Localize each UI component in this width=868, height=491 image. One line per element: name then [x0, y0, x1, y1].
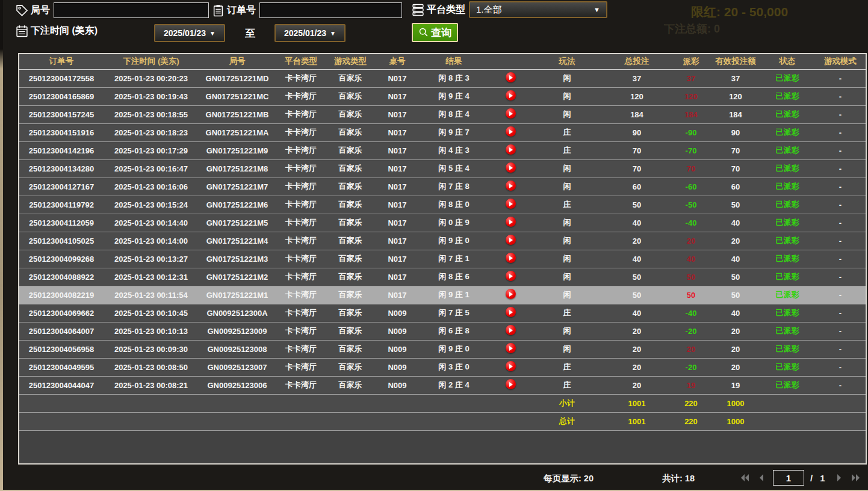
result-cell: 闲 5 庄 4 — [420, 159, 488, 178]
bet-time-cell: 2025-01-23 00:08:21 — [104, 376, 199, 394]
table-row[interactable]: 250123004172558 2025-01-23 00:20:23 GN01… — [19, 69, 867, 87]
bet-time-cell: 2025-01-23 00:08:50 — [104, 358, 199, 376]
query-button[interactable]: 查询 — [412, 23, 458, 42]
table-row[interactable]: 250123004119792 2025-01-23 00:15:24 GN01… — [19, 196, 867, 214]
table-row[interactable]: 250123004127167 2025-01-23 00:16:06 GN01… — [19, 178, 867, 196]
result-cell: 闲 2 庄 4 — [420, 376, 488, 394]
background-total-text: 下注总额: 0 — [664, 22, 720, 36]
table-number-cell: N017 — [374, 232, 420, 250]
total-bet-cell: 184 — [601, 105, 673, 123]
order-number-input[interactable] — [259, 2, 402, 18]
table-row[interactable]: 250123004069662 2025-01-23 00:10:45 GN00… — [19, 304, 867, 322]
game-mode-cell: - — [813, 105, 867, 123]
total-bet-cell: 70 — [601, 159, 673, 178]
play-video-icon[interactable] — [506, 162, 516, 173]
round-number-input[interactable] — [54, 2, 209, 18]
replay-cell — [488, 69, 533, 87]
page-number-input[interactable] — [773, 470, 804, 486]
table-row[interactable]: 250123004151916 2025-01-23 00:18:23 GN01… — [19, 123, 867, 141]
play-video-icon[interactable] — [506, 217, 516, 227]
col-header-platform-type: 平台类型 — [276, 54, 326, 69]
result-cell: 闲 8 庄 6 — [420, 268, 488, 286]
table-number-cell: N009 — [374, 304, 420, 322]
status-badge: 已派彩 — [762, 376, 813, 394]
first-page-icon[interactable] — [739, 473, 750, 483]
table-row[interactable]: 250123004105025 2025-01-23 00:14:00 GN01… — [19, 232, 867, 250]
col-header-total-bet: 总投注 — [601, 54, 673, 69]
table-number-cell: N017 — [374, 87, 420, 105]
play-video-icon[interactable] — [506, 343, 516, 353]
platform-type-cell: 卡卡湾厅 — [276, 69, 326, 87]
play-video-icon[interactable] — [506, 307, 516, 317]
col-header-order-number: 订单号 — [19, 54, 104, 69]
platform-type-cell: 卡卡湾厅 — [276, 376, 326, 394]
previous-page-icon[interactable] — [756, 473, 767, 483]
date-from-picker[interactable]: 2025/01/23 ▼ — [154, 24, 225, 42]
table-number-cell: N017 — [374, 105, 420, 123]
table-row[interactable]: 250123004134280 2025-01-23 00:16:47 GN01… — [19, 159, 867, 178]
replay-cell — [488, 141, 533, 159]
play-video-icon[interactable] — [506, 144, 516, 155]
round-number-cell: GN00925123009 — [199, 322, 276, 340]
order-number-label: 订单号 — [227, 4, 256, 17]
table-row[interactable]: 250123004142196 2025-01-23 00:17:29 GN01… — [19, 141, 867, 159]
table-row[interactable]: 250123004064007 2025-01-23 00:10:13 GN00… — [19, 322, 867, 340]
table-row[interactable]: 250123004044047 2025-01-23 00:08:21 GN00… — [19, 376, 867, 394]
result-cell: 闲 9 庄 0 — [420, 232, 488, 250]
replay-cell — [488, 250, 533, 268]
game-mode-cell: - — [813, 322, 867, 340]
platform-type-cell: 卡卡湾厅 — [276, 232, 326, 250]
table-row[interactable]: 250123004056958 2025-01-23 00:09:30 GN00… — [19, 340, 867, 358]
play-type-cell: 庄 — [533, 304, 601, 322]
platform-type-cell: 卡卡湾厅 — [276, 87, 326, 105]
play-video-icon[interactable] — [506, 361, 516, 371]
payout-cell: -20 — [673, 322, 709, 340]
game-type-cell: 百家乐 — [326, 141, 374, 159]
table-row[interactable]: 250123004082219 2025-01-23 00:11:54 GN01… — [19, 286, 867, 304]
table-row[interactable]: 250123004165869 2025-01-23 00:19:43 GN01… — [19, 87, 867, 105]
next-page-icon[interactable] — [834, 473, 845, 483]
play-video-icon[interactable] — [506, 90, 516, 100]
platform-type-dropdown[interactable]: 1.全部 ▼ — [469, 1, 607, 18]
play-video-icon[interactable] — [506, 199, 516, 209]
total-bet-cell: 50 — [601, 268, 673, 286]
date-to-picker[interactable]: 2025/01/23 ▼ — [274, 24, 346, 42]
table-number-cell: N017 — [374, 250, 420, 268]
play-video-icon[interactable] — [506, 181, 516, 191]
game-mode-cell: - — [813, 123, 867, 141]
play-video-icon[interactable] — [506, 325, 516, 335]
valid-bet-cell: 37 — [709, 69, 762, 87]
round-number-cell: GN017251221MC — [199, 87, 276, 105]
replay-cell — [488, 123, 533, 141]
last-page-icon[interactable] — [851, 473, 861, 483]
game-type-cell: 百家乐 — [326, 69, 374, 87]
tag-icon — [16, 4, 28, 17]
play-type-cell: 庄 — [533, 376, 601, 394]
total-bet-cell: 20 — [601, 340, 673, 358]
col-header-valid-bet: 有效投注额 — [709, 54, 762, 69]
game-mode-cell: - — [813, 159, 867, 178]
play-video-icon[interactable] — [506, 289, 516, 299]
play-video-icon[interactable] — [506, 126, 516, 137]
status-badge: 已派彩 — [762, 358, 813, 376]
game-mode-cell: - — [813, 232, 867, 250]
payout-cell: -40 — [673, 304, 709, 322]
game-type-cell: 百家乐 — [326, 123, 374, 141]
table-row[interactable]: 250123004099268 2025-01-23 00:13:27 GN01… — [19, 250, 867, 268]
table-row[interactable]: 250123004157245 2025-01-23 00:18:55 GN01… — [19, 105, 867, 123]
table-row[interactable]: 250123004088922 2025-01-23 00:12:31 GN01… — [19, 268, 867, 286]
platform-type-filter: 平台类型 1.全部 ▼ — [412, 1, 607, 18]
round-number-cell: GN017251221M1 — [199, 286, 276, 304]
play-video-icon[interactable] — [506, 253, 516, 263]
valid-bet-cell: 60 — [709, 178, 762, 196]
play-video-icon[interactable] — [506, 379, 516, 389]
table-row[interactable]: 250123004049595 2025-01-23 00:08:50 GN00… — [19, 358, 867, 376]
bet-time-cell: 2025-01-23 00:14:00 — [104, 232, 199, 250]
status-badge: 已派彩 — [762, 196, 813, 214]
play-video-icon[interactable] — [506, 72, 516, 82]
play-video-icon[interactable] — [506, 108, 516, 119]
play-video-icon[interactable] — [506, 235, 516, 245]
play-video-icon[interactable] — [506, 271, 516, 281]
table-row[interactable]: 250123004112059 2025-01-23 00:14:40 GN01… — [19, 214, 867, 232]
table-number-cell: N009 — [374, 340, 420, 358]
